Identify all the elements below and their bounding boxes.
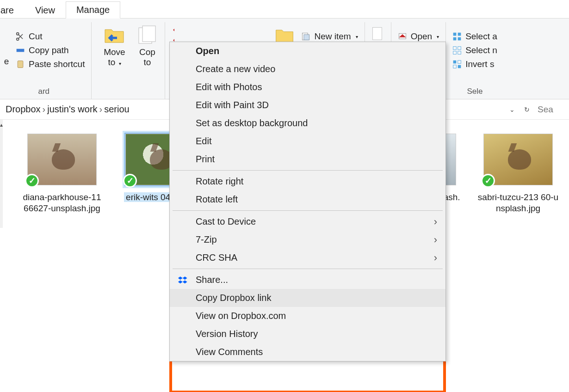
select-all-label: Select a <box>465 31 497 42</box>
svg-point-1 <box>17 33 19 35</box>
ctx-rotate-right[interactable]: Rotate right <box>170 172 445 190</box>
ctx-print[interactable]: Print <box>170 150 445 168</box>
svg-rect-20 <box>453 61 457 64</box>
sync-ok-icon: ✓ <box>25 174 39 188</box>
select-none-icon <box>452 46 462 55</box>
file-item[interactable]: ✓ diana-parkhouse-1166627-unsplash.jpg <box>21 134 103 214</box>
copy-path-button[interactable]: Copy path <box>13 44 87 56</box>
invert-selection-button[interactable]: Invert s <box>450 58 500 70</box>
crumb-sep: › <box>43 104 46 115</box>
chevron-right-icon: › <box>434 234 437 246</box>
scissors-icon <box>16 32 25 41</box>
paste-shortcut-button[interactable]: Paste shortcut <box>13 58 87 70</box>
svg-rect-2 <box>17 49 25 52</box>
paste-button[interactable]: e <box>0 22 13 85</box>
svg-rect-5 <box>142 26 155 42</box>
select-none-label: Select n <box>465 45 497 55</box>
svg-rect-18 <box>453 51 457 55</box>
ctx-copy-dropbox-link[interactable]: Copy Dropbox link <box>170 289 445 307</box>
tab-manage[interactable]: Manage <box>66 1 120 18</box>
paste-shortcut-label: Paste shortcut <box>29 59 85 69</box>
ctx-rotate-left[interactable]: Rotate left <box>170 190 445 208</box>
path-icon <box>16 46 25 55</box>
search-input[interactable]: Sea <box>538 104 565 115</box>
ctx-view-dropbox[interactable]: View on Dropbox.com <box>170 307 445 325</box>
copy-path-label: Copy path <box>29 45 69 55</box>
cut-button[interactable]: Cut <box>13 31 87 43</box>
svg-rect-16 <box>453 47 457 50</box>
ctx-separator <box>173 170 443 171</box>
paste-label-cut: e <box>4 56 9 67</box>
crumb-1[interactable]: justin's work <box>47 104 97 115</box>
open-button[interactable]: Open ▾ <box>395 31 442 43</box>
sync-ok-icon: ✓ <box>481 174 495 188</box>
ribbon-tabs: are View Manage <box>0 0 569 18</box>
svg-rect-15 <box>458 37 461 41</box>
svg-rect-3 <box>18 61 23 68</box>
svg-rect-23 <box>458 65 461 68</box>
move-to-line1: Move <box>104 47 125 57</box>
svg-rect-7 <box>304 35 309 40</box>
ctx-edit[interactable]: Edit <box>170 132 445 150</box>
new-item-button[interactable]: New item ▾ <box>298 31 360 43</box>
svg-point-0 <box>17 38 19 40</box>
open-icon <box>398 32 407 41</box>
svg-rect-12 <box>453 33 457 36</box>
move-to-line2: to ▾ <box>108 57 121 67</box>
select-all-button[interactable]: Select a <box>450 31 500 43</box>
move-to-button[interactable]: Move to ▾ <box>95 22 133 85</box>
group-select-label: Sele <box>450 85 500 99</box>
addr-dropdown-button[interactable]: ⌄ <box>506 104 518 116</box>
thumbnail: ✓ <box>27 134 97 185</box>
svg-rect-13 <box>458 33 461 36</box>
file-item[interactable]: ✓ sabri-tuzcu-213 60-unsplash.jpg <box>477 134 559 214</box>
folder-move-icon <box>103 24 125 46</box>
group-clipboard-label: ard <box>0 85 87 99</box>
context-menu: Open Create a new video Edit with Photos… <box>169 42 446 361</box>
tab-share[interactable]: are <box>0 2 25 18</box>
svg-rect-17 <box>458 47 461 50</box>
chevron-right-icon: › <box>434 252 437 264</box>
cut-label: Cut <box>29 31 43 42</box>
ctx-crc-sha[interactable]: CRC SHA› <box>170 249 445 267</box>
ctx-edit-paint3d[interactable]: Edit with Paint 3D <box>170 96 445 114</box>
copy-to-line1: Cop <box>139 47 155 57</box>
svg-rect-14 <box>453 37 457 41</box>
ctx-set-wallpaper[interactable]: Set as desktop background <box>170 114 445 132</box>
sync-ok-icon: ✓ <box>123 174 137 188</box>
copy-to-button[interactable]: Cop to <box>133 22 161 85</box>
crumb-2[interactable]: seriou <box>104 104 129 115</box>
ctx-cast[interactable]: Cast to Device› <box>170 213 445 231</box>
ctx-7zip[interactable]: 7-Zip› <box>170 231 445 249</box>
select-none-button[interactable]: Select n <box>450 44 500 56</box>
svg-rect-8 <box>372 27 382 40</box>
dropbox-icon <box>177 275 188 286</box>
clipboard-shortcut-icon <box>16 60 25 69</box>
ctx-separator <box>173 269 443 269</box>
group-organize: Move to ▾ Cop to <box>92 22 165 99</box>
svg-rect-21 <box>458 61 461 64</box>
ctx-share[interactable]: Share... <box>170 271 445 289</box>
ctx-edit-photos[interactable]: Edit with Photos <box>170 78 445 96</box>
ctx-version-history[interactable]: Version History <box>170 325 445 343</box>
invert-icon <box>452 60 462 69</box>
group-select: Select a Select n Invert s Sele <box>446 22 504 99</box>
search-placeholder: Sea <box>538 104 553 115</box>
folder-copy-icon <box>136 24 158 46</box>
svg-rect-19 <box>458 51 461 55</box>
crumb-sep: › <box>99 104 103 115</box>
file-name: sabri-tuzcu-213 60-unsplash.jpg <box>477 192 559 214</box>
chevron-right-icon: › <box>434 216 437 228</box>
ctx-view-comments[interactable]: View Comments <box>170 343 445 361</box>
ctx-create-video[interactable]: Create a new video <box>170 60 445 78</box>
tab-view[interactable]: View <box>25 2 66 18</box>
crumb-0[interactable]: Dropbox <box>6 104 41 115</box>
ctx-separator <box>173 210 443 211</box>
copy-to-line2: to <box>144 57 151 67</box>
refresh-button[interactable]: ↻ <box>521 104 533 116</box>
new-item-icon <box>301 32 310 41</box>
select-all-icon <box>452 32 462 41</box>
ctx-open[interactable]: Open <box>170 42 445 60</box>
svg-rect-22 <box>453 65 457 68</box>
open-label: Open <box>411 31 432 42</box>
